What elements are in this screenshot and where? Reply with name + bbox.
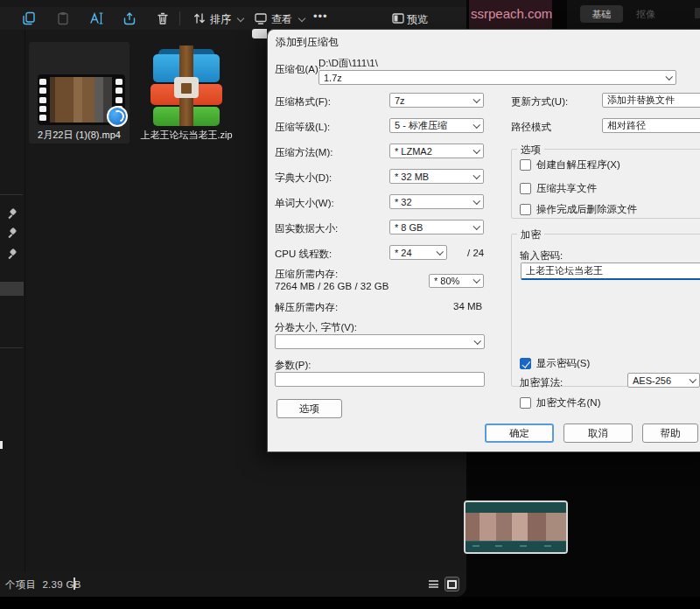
archive-label: 压缩包(A): bbox=[275, 63, 321, 76]
sidebar-separator bbox=[0, 347, 23, 348]
file-tile-video[interactable]: 2月22日 (1)(8).mp4 bbox=[29, 42, 130, 144]
details-view-button[interactable] bbox=[426, 577, 441, 592]
checkbox-sfx[interactable]: 创建自解压程序(X) bbox=[520, 158, 620, 172]
level-combobox[interactable]: 5 - 标准压缩 bbox=[389, 118, 484, 133]
checkbox-checked-icon bbox=[520, 358, 531, 369]
password-input[interactable]: 上老王论坛当老王 bbox=[521, 262, 700, 280]
preview-icon bbox=[390, 10, 406, 26]
encryption-groupbox: 加密 输入密码: 上老王论坛当老王 显示密码(S) 加密算法: AES-256 … bbox=[511, 234, 700, 387]
path-mode-label: 路径模式 bbox=[511, 121, 551, 134]
algorithm-label: 加密算法: bbox=[520, 376, 563, 389]
chevron-down-icon bbox=[665, 73, 672, 80]
method-combobox[interactable]: * LZMA2 bbox=[389, 144, 484, 158]
path-mode-combobox[interactable]: 相对路径 bbox=[602, 118, 700, 133]
item-count-and-size: 个项目 2.39 GB bbox=[5, 578, 81, 592]
file-tile-zip[interactable]: 上老王论坛当老王.zip bbox=[140, 42, 233, 144]
cpu-threads-max: / 24 bbox=[467, 248, 484, 258]
clip-audio-bar bbox=[466, 541, 566, 552]
paste-icon[interactable] bbox=[55, 10, 71, 26]
ok-button[interactable]: 确定 bbox=[485, 424, 554, 443]
view-chevron-icon bbox=[298, 15, 305, 22]
cpu-threads-combobox[interactable]: * 24 bbox=[389, 245, 447, 260]
decompress-memory-label: 解压所需内存: bbox=[275, 301, 338, 314]
media-player-badge-icon bbox=[107, 106, 128, 127]
pin-icon[interactable] bbox=[8, 228, 18, 238]
editor-tab-matting[interactable]: 抠像 bbox=[636, 8, 655, 21]
archive-name-combobox[interactable]: 1.7z bbox=[318, 70, 676, 85]
word-size-label: 单词大小(W): bbox=[275, 197, 334, 210]
checkbox-show-password[interactable]: 显示密码(S) bbox=[520, 357, 590, 370]
compress-memory-detail: 7264 MB / 26 GB / 32 GB bbox=[275, 281, 388, 291]
dictionary-combobox[interactable]: * 32 MB bbox=[389, 169, 484, 184]
sort-button[interactable]: 排序 bbox=[210, 12, 231, 27]
chevron-down-icon bbox=[472, 222, 480, 229]
dialog-title: 添加到压缩包 bbox=[276, 35, 339, 50]
checkbox-shared-files[interactable]: 压缩共享文件 bbox=[520, 182, 597, 195]
thumbnail-view-icon bbox=[447, 580, 457, 589]
chevron-down-icon bbox=[689, 375, 696, 382]
desktop: 排序 查看 ••• 预览 bbox=[0, 0, 700, 609]
chevron-down-icon bbox=[472, 276, 480, 284]
editor-tab-basic[interactable]: 基础 bbox=[580, 5, 623, 23]
desktop-bottom-strip bbox=[0, 597, 700, 609]
share-icon[interactable] bbox=[122, 10, 137, 26]
browser-url-text: ssrpeach.com bbox=[471, 6, 552, 21]
algorithm-combobox[interactable]: AES-256 bbox=[627, 373, 700, 388]
file-name: 2月22日 (1)(8).mp4 bbox=[29, 129, 130, 142]
memory-percent-combobox[interactable]: * 80% bbox=[429, 274, 484, 288]
format-label: 压缩格式(F): bbox=[275, 95, 331, 108]
update-mode-combobox[interactable]: 添加并替换文件 bbox=[602, 93, 700, 108]
add-to-archive-dialog: 添加到压缩包 压缩包(A): D:\D面\111\1\ 1.7z 压缩格式(F)… bbox=[267, 29, 700, 452]
sort-icon bbox=[192, 10, 207, 26]
view-button[interactable]: 查看 bbox=[271, 12, 292, 27]
format-combobox[interactable]: 7z bbox=[389, 93, 484, 108]
options-button[interactable]: 选项 bbox=[276, 399, 342, 418]
pin-icon[interactable] bbox=[8, 248, 18, 259]
method-label: 压缩方法(M): bbox=[275, 146, 332, 159]
pin-icon[interactable] bbox=[8, 208, 18, 219]
view-icon bbox=[253, 10, 269, 26]
cancel-button[interactable]: 取消 bbox=[564, 424, 633, 443]
file-name: 上老王论坛当老王.zip bbox=[140, 129, 233, 142]
word-size-combobox[interactable]: * 32 bbox=[389, 194, 484, 209]
chevron-down-icon bbox=[473, 337, 480, 344]
winrar-archive-icon bbox=[146, 46, 227, 126]
rename-icon[interactable] bbox=[88, 10, 104, 26]
update-mode-label: 更新方式(U): bbox=[511, 95, 568, 108]
sidebar-selected-item[interactable] bbox=[0, 282, 24, 296]
thumbnail-view-button[interactable] bbox=[444, 577, 459, 592]
volume-size-label: 分卷大小, 字节(V): bbox=[275, 321, 357, 334]
decompress-memory-value: 34 MB bbox=[453, 301, 482, 312]
clip-filmstrip bbox=[466, 513, 566, 541]
solid-block-label: 固实数据大小: bbox=[275, 222, 338, 235]
encryption-group-title: 加密 bbox=[517, 228, 544, 242]
cpu-threads-label: CPU 线程数: bbox=[275, 248, 332, 261]
solid-block-combobox[interactable]: * 8 GB bbox=[389, 220, 484, 234]
chevron-down-icon bbox=[472, 146, 480, 153]
volume-size-combobox[interactable] bbox=[275, 334, 485, 349]
level-label: 压缩等级(L): bbox=[275, 121, 330, 134]
preview-toggle-button[interactable]: 预览 bbox=[407, 12, 428, 27]
checkbox-icon bbox=[520, 204, 531, 215]
checkbox-encrypt-filenames[interactable]: 加密文件名(N) bbox=[520, 396, 600, 410]
chevron-down-icon bbox=[472, 172, 480, 178]
more-options-button[interactable]: ••• bbox=[313, 10, 328, 23]
parameters-label: 参数(P): bbox=[275, 359, 312, 372]
options-group-title: 选项 bbox=[517, 144, 544, 157]
sidebar-divider bbox=[24, 30, 25, 572]
chevron-down-icon bbox=[472, 121, 480, 128]
video-editor-fragment: 基础 抠像 bbox=[567, 0, 700, 29]
delete-icon[interactable] bbox=[155, 10, 171, 26]
timeline-video-clip[interactable] bbox=[464, 500, 568, 554]
archive-path: D:\D面\111\1\ bbox=[318, 57, 378, 70]
help-button[interactable]: 帮助 bbox=[642, 424, 698, 443]
checkbox-delete-after[interactable]: 操作完成后删除源文件 bbox=[520, 203, 637, 216]
chevron-down-icon bbox=[472, 95, 480, 102]
chevron-down-icon bbox=[472, 197, 480, 204]
tooltip-fragment bbox=[252, 29, 267, 38]
copy-icon[interactable] bbox=[21, 10, 37, 26]
compress-memory-label: 压缩所需内存: bbox=[275, 268, 338, 281]
text-caret bbox=[74, 578, 75, 590]
parameters-input[interactable] bbox=[275, 372, 485, 387]
explorer-statusbar: 个项目 2.39 GB bbox=[0, 572, 466, 597]
